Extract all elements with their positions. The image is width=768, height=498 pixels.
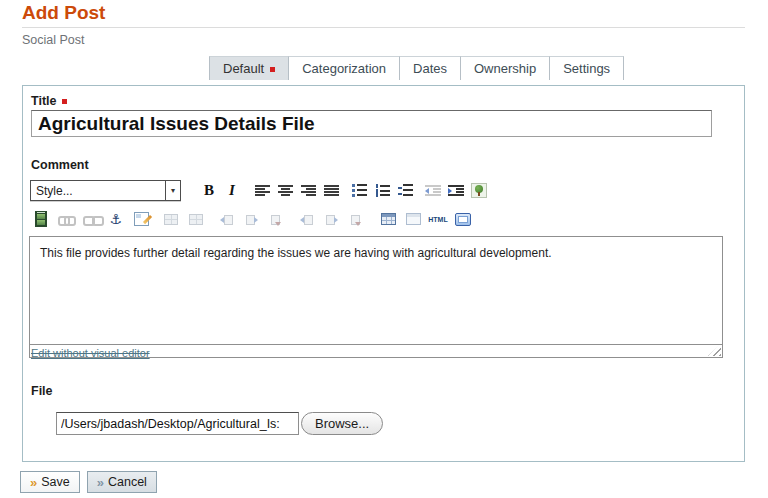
file-field-label: File <box>31 384 53 398</box>
insert-image-glyph <box>471 183 487 198</box>
align-center-icon[interactable] <box>275 180 295 200</box>
bold-icon[interactable]: B <box>199 180 219 200</box>
tab-ownership-label: Ownership <box>474 61 536 76</box>
resize-grip-icon[interactable] <box>708 344 721 356</box>
numbered-list-icon[interactable] <box>372 180 392 200</box>
edit-without-visual-editor-link[interactable]: Edit without visual editor <box>31 347 150 359</box>
style-select-value: Style... <box>31 184 165 198</box>
numbered-list-glyph <box>375 184 390 197</box>
form-panel: Title Comment Style... ▾ B I ⚓ <box>22 85 745 462</box>
align-left-glyph <box>255 185 270 196</box>
align-center-glyph <box>278 185 293 196</box>
tab-settings[interactable]: Settings <box>550 56 624 80</box>
indent-icon[interactable] <box>446 180 466 200</box>
edit-table-icon[interactable] <box>130 209 152 229</box>
definition-list-icon[interactable] <box>395 180 415 200</box>
tab-dates[interactable]: Dates <box>400 56 461 80</box>
table-cell-icon[interactable] <box>160 209 182 229</box>
remove-row-glyph <box>350 213 363 226</box>
add-row-before-glyph <box>300 213 313 226</box>
required-marker-icon <box>62 99 67 104</box>
edit-table-glyph <box>134 212 149 226</box>
table-cell-glyph <box>164 214 178 225</box>
unlink-icon[interactable] <box>80 209 102 229</box>
remove-row-icon[interactable] <box>345 209 367 229</box>
save-button-label: Save <box>41 475 70 489</box>
page-header: Add Post <box>22 2 745 28</box>
chevron-down-icon: ▾ <box>165 181 180 200</box>
insert-media-glyph <box>35 211 47 227</box>
file-path-input[interactable] <box>56 412 299 435</box>
page-title: Add Post <box>22 2 745 24</box>
title-label-text: Title <box>31 94 56 108</box>
insert-media-icon[interactable] <box>30 209 52 229</box>
link-icon[interactable] <box>55 209 77 229</box>
style-select[interactable]: Style... ▾ <box>30 180 181 201</box>
add-column-before-glyph <box>220 213 233 226</box>
anchor-glyph: ⚓ <box>110 212 123 226</box>
add-column-after-glyph <box>245 213 258 226</box>
tab-default-label: Default <box>223 61 264 76</box>
editor-divider <box>30 344 722 345</box>
zoom-editor-icon[interactable] <box>452 209 474 229</box>
form-tabs: Default Categorization Dates Ownership S… <box>209 56 624 80</box>
add-post-page: Add Post Social Post Default Categorizat… <box>0 0 768 498</box>
cancel-button[interactable]: » Cancel <box>87 471 157 493</box>
justify-icon[interactable] <box>321 180 341 200</box>
cancel-bullet-icon: » <box>97 476 104 489</box>
tab-ownership[interactable]: Ownership <box>461 56 550 80</box>
anchor-icon[interactable]: ⚓ <box>105 209 127 229</box>
outdent-icon[interactable] <box>423 180 443 200</box>
editor-toolbar-row-2: ⚓ HTML <box>30 208 477 230</box>
table-style-glyph <box>406 213 421 225</box>
zoom-editor-glyph <box>455 213 471 226</box>
tab-dates-label: Dates <box>413 61 447 76</box>
table-interior-icon[interactable] <box>185 209 207 229</box>
required-marker-icon <box>270 67 275 72</box>
browse-button[interactable]: Browse... <box>301 412 383 435</box>
add-column-after-icon[interactable] <box>240 209 262 229</box>
tab-categorization[interactable]: Categorization <box>289 56 400 80</box>
form-buttons: » Save » Cancel <box>20 471 157 493</box>
table-interior-glyph <box>189 214 203 225</box>
tab-settings-label: Settings <box>563 61 610 76</box>
page-subtitle: Social Post <box>22 33 85 47</box>
definition-list-glyph <box>398 184 413 197</box>
align-left-icon[interactable] <box>252 180 272 200</box>
remove-column-glyph <box>270 213 283 226</box>
comment-editor[interactable]: This file provides further detail regard… <box>29 236 723 358</box>
insert-table-icon[interactable] <box>377 209 399 229</box>
tab-default[interactable]: Default <box>209 56 289 80</box>
align-right-icon[interactable] <box>298 180 318 200</box>
title-input[interactable] <box>31 110 712 137</box>
bullet-list-icon[interactable] <box>349 180 369 200</box>
italic-glyph: I <box>229 182 235 199</box>
save-button[interactable]: » Save <box>20 471 80 493</box>
link-glyph <box>58 214 74 224</box>
add-row-after-glyph <box>325 213 338 226</box>
comment-editor-text[interactable]: This file provides further detail regard… <box>30 237 722 269</box>
html-glyph: HTML <box>428 216 447 223</box>
comment-field-label: Comment <box>31 158 89 172</box>
editor-toolbar-row-1: B I <box>199 178 492 202</box>
html-source-icon[interactable]: HTML <box>427 209 449 229</box>
justify-glyph <box>324 185 339 196</box>
indent-glyph <box>448 185 464 196</box>
bullet-list-glyph <box>352 184 367 197</box>
add-row-before-icon[interactable] <box>295 209 317 229</box>
save-bullet-icon: » <box>30 476 37 489</box>
align-right-glyph <box>301 185 316 196</box>
add-column-before-icon[interactable] <box>215 209 237 229</box>
insert-table-glyph <box>381 213 396 225</box>
remove-column-icon[interactable] <box>265 209 287 229</box>
add-row-after-icon[interactable] <box>320 209 342 229</box>
italic-icon[interactable]: I <box>222 180 242 200</box>
unlink-glyph <box>83 214 99 224</box>
table-style-icon[interactable] <box>402 209 424 229</box>
insert-image-icon[interactable] <box>469 180 489 200</box>
outdent-glyph <box>425 185 441 196</box>
cancel-button-label: Cancel <box>108 475 147 489</box>
bold-glyph: B <box>204 182 214 199</box>
tab-categorization-label: Categorization <box>302 61 386 76</box>
file-upload-row: Browse... <box>56 412 383 435</box>
